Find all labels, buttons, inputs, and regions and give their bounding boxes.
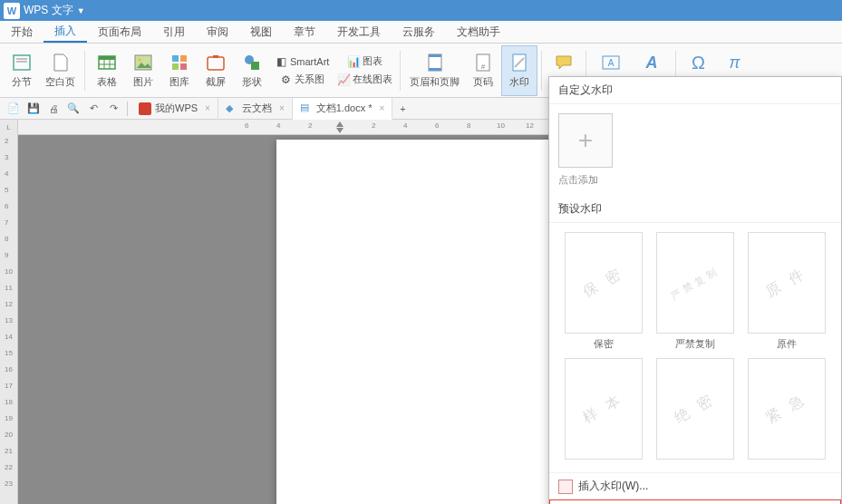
tab-cloud[interactable]: ◆ 云文档 × <box>218 98 293 120</box>
svg-text:A: A <box>608 58 615 68</box>
svg-rect-10 <box>172 55 179 62</box>
menu-review[interactable]: 审阅 <box>196 21 239 43</box>
add-watermark-label: 点击添加 <box>558 173 832 187</box>
svg-rect-11 <box>180 55 187 62</box>
relation-icon: ⚙ <box>278 73 293 87</box>
svg-rect-18 <box>429 54 441 57</box>
page-number-button[interactable]: # 页码 <box>465 45 501 96</box>
ruler-corner: L <box>0 120 18 135</box>
delete-watermark-menuitem[interactable]: 删除文档中的水 <box>549 499 841 504</box>
wps-icon <box>139 102 151 115</box>
image-icon <box>132 52 154 73</box>
document-page[interactable] <box>276 140 585 504</box>
formula-icon: π <box>723 52 745 73</box>
wordart-icon: A <box>641 52 663 73</box>
indent-marker-icon[interactable] <box>336 128 344 135</box>
preset-confidential[interactable]: 保 密 保密 <box>562 232 646 351</box>
titlebar: W WPS 文字 ▼ <box>0 0 842 21</box>
screenshot-icon <box>205 52 227 73</box>
online-chart-button[interactable]: 📈 在线图表 <box>333 71 396 89</box>
svg-point-9 <box>138 58 141 62</box>
qat-redo-icon[interactable]: ↷ <box>104 100 122 118</box>
menu-cloud[interactable]: 云服务 <box>392 21 446 43</box>
vertical-ruler[interactable]: 2 3 4 5 6 7 8 9 10 11 12 13 14 15 16 17 … <box>0 135 18 504</box>
blank-page-icon <box>50 52 72 73</box>
page-number-icon: # <box>472 52 494 73</box>
screenshot-button[interactable]: 截屏 <box>198 45 234 96</box>
svg-text:A: A <box>644 53 657 72</box>
image-button[interactable]: 图片 <box>125 45 161 96</box>
chart-button[interactable]: 📊 图表 <box>333 53 396 71</box>
preset-nocopy[interactable]: 严禁复制 严禁复制 <box>653 232 738 351</box>
tab-doc1[interactable]: ▤ 文档1.docx * × <box>293 98 393 120</box>
add-tab-icon[interactable]: + <box>393 100 411 118</box>
watermark-dropdown: 自定义水印 + 点击添加 预设水印 保 密 保密 严禁复制 严禁复制 原 件 原… <box>548 76 842 504</box>
shape-icon <box>241 52 263 73</box>
menu-reference[interactable]: 引用 <box>152 21 196 43</box>
shape-button[interactable]: 形状 <box>234 45 270 96</box>
relation-button[interactable]: ⚙ 关系图 <box>270 71 333 89</box>
textbox-icon: A <box>600 52 622 73</box>
close-icon[interactable]: × <box>279 103 285 113</box>
doc-icon: ▤ <box>300 102 313 114</box>
cloud-icon: ◆ <box>226 102 238 115</box>
section-icon <box>11 52 33 73</box>
smartart-icon: ◧ <box>274 54 288 69</box>
preset-urgent[interactable]: 紧 急 <box>744 358 828 463</box>
plus-icon: + <box>578 126 593 155</box>
table-button[interactable]: 表格 <box>89 45 125 96</box>
app-title: WPS 文字 <box>24 3 73 18</box>
online-chart-icon: 📈 <box>336 73 351 87</box>
app-dropdown-icon[interactable]: ▼ <box>77 6 85 15</box>
gallery-icon <box>169 52 190 73</box>
blank-page-button[interactable]: 空白页 <box>40 45 81 96</box>
menu-insert[interactable]: 插入 <box>44 21 87 43</box>
svg-rect-0 <box>14 55 30 70</box>
add-watermark-button[interactable]: + <box>558 113 613 168</box>
svg-rect-14 <box>208 57 224 70</box>
app-logo: W <box>4 3 20 19</box>
chart-icon: 📊 <box>346 54 361 69</box>
svg-rect-12 <box>172 63 179 70</box>
menu-start[interactable]: 开始 <box>0 21 44 43</box>
preset-sample[interactable]: 样 本 <box>562 358 646 463</box>
preset-watermark-header: 预设水印 <box>549 196 841 223</box>
qat-preview-icon[interactable]: 🔍 <box>64 100 82 118</box>
menu-chapter[interactable]: 章节 <box>283 21 326 43</box>
symbol-icon: Ω <box>687 52 709 73</box>
header-footer-icon <box>424 52 446 73</box>
qat-print-icon[interactable]: 🖨 <box>44 100 63 118</box>
watermark-icon <box>508 52 530 73</box>
menubar: 开始 插入 页面布局 引用 审阅 视图 章节 开发工具 云服务 文档助手 <box>0 21 842 44</box>
qat-new-icon[interactable]: 📄 <box>5 100 23 118</box>
preset-original[interactable]: 原 件 原件 <box>744 232 828 351</box>
header-footer-button[interactable]: 页眉和页脚 <box>404 45 465 96</box>
comment-icon <box>553 52 575 73</box>
smartart-button[interactable]: ◧ SmartArt <box>270 53 333 71</box>
close-icon[interactable]: × <box>380 103 385 113</box>
section-break-button[interactable]: 分节 <box>4 45 40 96</box>
custom-watermark-header: 自定义水印 <box>549 77 841 104</box>
gallery-button[interactable]: 图库 <box>161 45 198 96</box>
insert-watermark-icon <box>558 480 573 494</box>
svg-rect-19 <box>429 68 441 71</box>
menu-devtools[interactable]: 开发工具 <box>326 21 392 43</box>
svg-text:#: # <box>481 63 486 71</box>
watermark-button[interactable]: 水印 <box>501 45 537 96</box>
qat-save-icon[interactable]: 💾 <box>24 100 43 118</box>
table-icon <box>96 52 118 73</box>
svg-rect-13 <box>180 63 187 70</box>
svg-rect-4 <box>99 56 115 60</box>
insert-watermark-menuitem[interactable]: 插入水印(W)... <box>549 472 841 499</box>
svg-rect-16 <box>251 62 259 70</box>
menu-helper[interactable]: 文档助手 <box>446 21 511 43</box>
menu-view[interactable]: 视图 <box>239 21 283 43</box>
indent-marker-icon[interactable] <box>336 120 344 127</box>
preset-topsecret[interactable]: 绝 密 <box>653 358 738 463</box>
qat-undo-icon[interactable]: ↶ <box>84 100 102 118</box>
close-icon[interactable]: × <box>205 103 210 113</box>
menu-layout[interactable]: 页面布局 <box>87 21 152 43</box>
tab-wps-home[interactable]: 我的WPS × <box>131 98 218 120</box>
